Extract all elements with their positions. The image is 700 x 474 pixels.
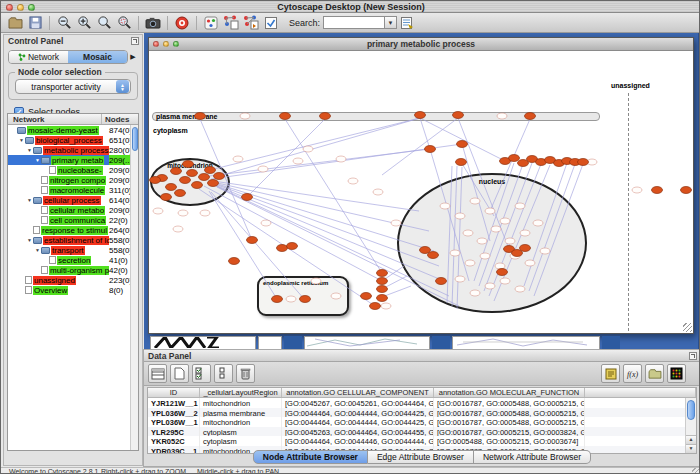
network-node[interactable] <box>166 184 177 191</box>
table-cell[interactable]: mitochondrion <box>200 417 282 427</box>
network-node[interactable] <box>183 161 194 168</box>
tree-row[interactable]: nitrogen compo209(0) <box>8 175 138 185</box>
node-color-dropdown[interactable]: transporter activity ▲▼ <box>15 79 131 94</box>
expand-arrow-icon[interactable]: ▼ <box>18 137 25 143</box>
table-row[interactable]: YPL036W__2plasma membrane[GO:0044464, GO… <box>148 408 696 418</box>
zoom-in-button[interactable] <box>74 14 94 32</box>
column-header[interactable]: annotation.GO CELLULAR_COMPONENT <box>282 388 434 397</box>
column-header[interactable]: annotation.GO MOLECULAR_FUNCTION <box>434 388 585 397</box>
table-cell[interactable]: YPL036W__2 <box>148 408 200 418</box>
tab-mosaic[interactable]: Mosaic <box>68 51 127 63</box>
table-cell[interactable]: [GO:0045263, GO:0044464, GO:0044455, G..… <box>282 427 434 437</box>
tree-row[interactable]: ▼transport558(0) <box>8 245 138 255</box>
network-node[interactable] <box>425 146 436 153</box>
zoom-selected-button[interactable] <box>94 14 114 32</box>
column-header[interactable]: _cellularLayoutRegion <box>200 388 282 397</box>
tree-row[interactable]: ▼metabolic process280(0) <box>8 145 138 155</box>
network-node-small[interactable] <box>465 260 475 266</box>
table-scrollbar-thumb[interactable] <box>687 400 695 420</box>
tree-col-network[interactable]: Network <box>8 114 102 124</box>
network-node[interactable] <box>272 296 283 303</box>
network-node[interactable] <box>192 182 203 189</box>
tree-row[interactable]: Overview8(0) <box>8 285 138 295</box>
tree-scrollbar[interactable] <box>130 125 138 450</box>
zoom-fit-button[interactable] <box>114 14 134 32</box>
network-node-small[interactable] <box>240 113 250 119</box>
network-node[interactable] <box>208 180 219 187</box>
network-node-small[interactable] <box>381 303 391 309</box>
tree-row[interactable]: secretion41(0) <box>8 255 138 265</box>
network-node[interactable] <box>247 237 258 244</box>
help-button[interactable] <box>172 14 192 32</box>
column-header[interactable]: ID <box>148 388 200 397</box>
table-scrollbar[interactable]: ▲ ▼ <box>685 398 696 453</box>
create-network-button[interactable] <box>221 14 241 32</box>
table-cell[interactable]: [GO:0005488, GO:0005215, GO:0003674] <box>434 436 585 446</box>
network-node-small[interactable] <box>495 263 505 269</box>
network-node-small[interactable] <box>515 286 525 292</box>
table-cell[interactable]: YPL036W__1 <box>148 417 200 427</box>
attribute-editor-button[interactable] <box>601 364 620 383</box>
tree-col-nodes[interactable]: Nodes <box>102 114 138 124</box>
tab-network-attribute-browser[interactable]: Network Attribute Browser <box>474 450 591 464</box>
network-node[interactable] <box>300 296 311 303</box>
tab-node-attribute-browser[interactable]: Node Attribute Browser <box>253 450 368 464</box>
network-node-small[interactable] <box>540 248 550 254</box>
tab-overflow-arrow[interactable]: ▶ <box>128 53 138 61</box>
table-row[interactable]: YKR052Ccytoplasm[GO:0044464, GO:0044446,… <box>148 436 696 446</box>
tree-row[interactable]: ▼cellular process614(0) <box>8 195 138 205</box>
search-input[interactable] <box>323 16 385 29</box>
tree-row[interactable]: mosaic-demo-yeast874(0) <box>8 125 138 135</box>
formula-builder-button[interactable]: f(x) <box>623 364 642 383</box>
tree-row[interactable]: cell communica22(0) <box>8 215 138 225</box>
table-cell[interactable]: cytoplasm <box>200 427 282 437</box>
tree-row[interactable]: unassigned223(0) <box>8 275 138 285</box>
network-node[interactable] <box>320 113 331 120</box>
import-attributes-button[interactable] <box>645 364 664 383</box>
table-row[interactable]: YJR121W__1mitochondrion[GO:0045267, GO:0… <box>148 398 696 408</box>
network-node-small[interactable] <box>491 226 501 232</box>
network-node-small[interactable] <box>463 230 473 236</box>
network-node-small[interactable] <box>497 113 507 119</box>
delete-attribute-button[interactable] <box>236 364 255 383</box>
unselect-attributes-button[interactable] <box>214 364 233 383</box>
table-cell[interactable]: [GO:0016787, GO:0005488, GO:0005215, G..… <box>434 417 585 427</box>
network-node[interactable] <box>415 112 426 119</box>
tree-row[interactable]: response to stimul264(0) <box>8 225 138 235</box>
network-node-small[interactable] <box>500 218 510 224</box>
network-node[interactable] <box>171 168 182 175</box>
network-node-small[interactable] <box>261 220 271 226</box>
table-cell[interactable]: [GO:0016787, GO:0005215, GO:0003824, G..… <box>434 427 585 437</box>
tree-row[interactable]: macromolecule311(0) <box>8 185 138 195</box>
expand-arrow-icon[interactable]: ▼ <box>26 237 33 243</box>
network-node[interactable] <box>377 278 388 285</box>
network-node[interactable] <box>520 245 531 252</box>
network-node[interactable] <box>187 170 198 177</box>
zoom-out-button[interactable] <box>54 14 74 32</box>
network-node-small[interactable] <box>470 198 480 204</box>
network-node-small[interactable] <box>505 238 515 244</box>
network-node-small[interactable] <box>200 210 210 216</box>
tree-scrollbar-thumb[interactable] <box>132 127 138 151</box>
network-node[interactable] <box>180 177 191 184</box>
network-node[interactable] <box>199 174 210 181</box>
network-node[interactable] <box>525 113 536 120</box>
network-node[interactable] <box>277 245 288 252</box>
network-node[interactable] <box>456 159 467 166</box>
network-node-small[interactable] <box>233 156 243 162</box>
table-cell[interactable]: mitochondrion <box>200 398 282 408</box>
network-node[interactable] <box>150 177 161 184</box>
network-node[interactable] <box>161 194 172 201</box>
window-resize-grip[interactable] <box>692 468 700 474</box>
open-session-button[interactable] <box>5 14 25 32</box>
network-node-small[interactable] <box>450 250 460 256</box>
network-node[interactable] <box>436 278 447 285</box>
scroll-up-arrow[interactable]: ▲ <box>686 435 696 444</box>
advanced-search-button[interactable] <box>397 14 417 32</box>
network-node-small[interactable] <box>533 220 543 226</box>
network-node-small[interactable] <box>348 178 358 184</box>
network-node-small[interactable] <box>455 213 465 219</box>
network-node[interactable] <box>195 113 206 120</box>
network-node-small[interactable] <box>391 220 401 226</box>
tree-row[interactable]: cellular metabo209(0) <box>8 205 138 215</box>
